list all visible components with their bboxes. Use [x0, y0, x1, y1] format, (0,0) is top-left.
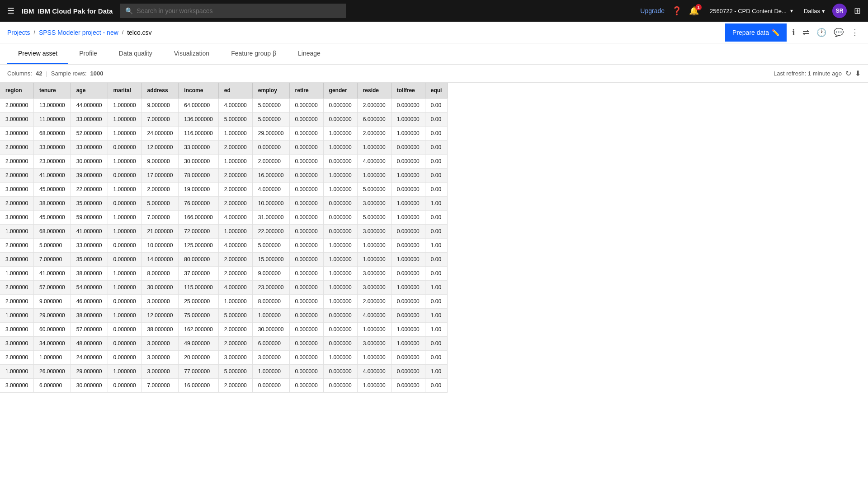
table-cell: 1.000000	[108, 113, 142, 127]
table-cell: 6.000000	[357, 113, 391, 127]
table-cell: 3.000000	[0, 253, 34, 267]
table-cell: 4.000000	[357, 309, 391, 323]
table-cell: 52.000000	[71, 127, 108, 141]
table-cell: 1.000000	[108, 309, 142, 323]
table-cell: 1.000000	[323, 253, 357, 267]
table-cell: 0.000000	[391, 295, 425, 309]
table-cell: 45.000000	[34, 211, 71, 225]
notifications-icon[interactable]: 🔔 1	[689, 6, 699, 16]
ibm-logo-text: IBM	[22, 7, 34, 15]
more-options-icon[interactable]: ⋮	[849, 26, 861, 39]
location-selector[interactable]: Dallas ▾	[804, 8, 825, 14]
col-header-age: age	[71, 83, 108, 99]
table-cell: 1.000000	[252, 365, 289, 379]
table-cell: 4.000000	[218, 239, 252, 253]
search-bar[interactable]: 🔍	[120, 4, 346, 18]
hamburger-menu-icon[interactable]: ☰	[7, 6, 14, 16]
breadcrumb-actions: Prepare data ✏️ ℹ ⇌ 🕐 💬 ⋮	[725, 23, 861, 42]
comment-icon[interactable]: 💬	[832, 26, 845, 39]
table-cell: 1.000000	[357, 239, 391, 253]
history-icon[interactable]: 🕐	[815, 26, 828, 39]
col-header-ed: ed	[218, 83, 252, 99]
tab-lineage[interactable]: Lineage	[287, 43, 331, 64]
info-icon[interactable]: ℹ	[790, 26, 797, 39]
table-cell: 2.000000	[357, 99, 391, 113]
data-table-wrapper[interactable]: region tenure age marital address income…	[0, 83, 868, 488]
refresh-icon[interactable]: ↻	[845, 69, 851, 78]
help-icon[interactable]: ❓	[672, 6, 682, 16]
breadcrumb-project[interactable]: SPSS Modeler project - new	[39, 29, 118, 36]
table-cell: 2.000000	[0, 155, 34, 169]
apps-grid-icon[interactable]: ⊞	[854, 6, 861, 16]
table-cell: 1.000000	[357, 141, 391, 155]
table-cell: 1.000000	[108, 99, 142, 113]
table-cell: 0.000000	[323, 323, 357, 337]
table-cell: 5.000000	[357, 183, 391, 197]
table-cell: 29.000000	[252, 127, 289, 141]
lineage-icon[interactable]: ⇌	[801, 26, 811, 39]
table-row: 3.00000045.00000059.0000001.0000007.0000…	[0, 211, 448, 225]
breadcrumb-bar: Projects / SPSS Modeler project - new / …	[0, 22, 868, 43]
table-cell: 9.000000	[142, 99, 179, 113]
table-cell: 0.00	[425, 337, 448, 351]
avatar[interactable]: SR	[832, 4, 847, 18]
download-icon[interactable]: ⬇	[855, 69, 861, 78]
tab-feature-group[interactable]: Feature group β	[220, 43, 287, 64]
table-cell: 0.000000	[108, 197, 142, 211]
table-cell: 1.00	[425, 323, 448, 337]
table-cell: 0.000000	[289, 169, 323, 183]
notification-badge: 1	[695, 4, 702, 10]
table-row: 3.00000068.00000052.0000001.00000024.000…	[0, 127, 448, 141]
search-input[interactable]	[137, 7, 340, 14]
account-selector[interactable]: 2560722 - CPD Content De... ▾	[706, 0, 797, 22]
table-cell: 1.000000	[357, 253, 391, 267]
table-cell: 136.000000	[179, 113, 218, 127]
table-cell: 1.000000	[323, 239, 357, 253]
table-cell: 1.000000	[323, 267, 357, 281]
table-cell: 60.000000	[34, 323, 71, 337]
table-cell: 0.000000	[289, 351, 323, 365]
table-cell: 68.000000	[34, 225, 71, 239]
table-cell: 0.000000	[391, 183, 425, 197]
breadcrumb-projects[interactable]: Projects	[7, 29, 30, 36]
table-cell: 9.000000	[142, 155, 179, 169]
table-cell: 49.000000	[179, 337, 218, 351]
table-cell: 9.000000	[34, 295, 71, 309]
table-cell: 3.000000	[142, 295, 179, 309]
tab-preview-asset[interactable]: Preview asset	[7, 43, 68, 64]
table-cell: 10.000000	[252, 197, 289, 211]
table-cell: 3.000000	[142, 337, 179, 351]
table-cell: 1.000000	[218, 225, 252, 239]
tab-data-quality[interactable]: Data quality	[108, 43, 163, 64]
table-cell: 3.000000	[357, 225, 391, 239]
table-cell: 1.000000	[323, 127, 357, 141]
tab-profile[interactable]: Profile	[68, 43, 108, 64]
upgrade-link[interactable]: Upgrade	[640, 7, 665, 14]
tab-visualization[interactable]: Visualization	[163, 43, 220, 64]
table-cell: 1.000000	[391, 253, 425, 267]
table-cell: 0.000000	[391, 365, 425, 379]
table-cell: 0.000000	[108, 323, 142, 337]
col-header-equi: equi	[425, 83, 448, 99]
col-header-address: address	[142, 83, 179, 99]
table-row: 1.00000026.00000029.0000001.0000003.0000…	[0, 365, 448, 379]
table-cell: 0.00	[425, 295, 448, 309]
table-row: 2.00000023.00000030.0000001.0000009.0000…	[0, 155, 448, 169]
table-cell: 23.000000	[34, 155, 71, 169]
table-cell: 1.000000	[357, 169, 391, 183]
col-header-employ: employ	[252, 83, 289, 99]
table-cell: 2.000000	[218, 267, 252, 281]
table-cell: 5.000000	[218, 365, 252, 379]
table-cell: 0.000000	[289, 267, 323, 281]
table-cell: 14.000000	[142, 253, 179, 267]
table-cell: 29.000000	[71, 365, 108, 379]
table-cell: 1.000000	[323, 351, 357, 365]
table-cell: 9.000000	[252, 267, 289, 281]
table-cell: 33.000000	[71, 141, 108, 155]
table-cell: 21.000000	[142, 225, 179, 239]
breadcrumb-sep-1: /	[34, 29, 35, 36]
table-cell: 0.000000	[108, 351, 142, 365]
prepare-data-button[interactable]: Prepare data ✏️	[725, 23, 787, 42]
table-cell: 1.000000	[391, 113, 425, 127]
table-cell: 0.000000	[108, 239, 142, 253]
